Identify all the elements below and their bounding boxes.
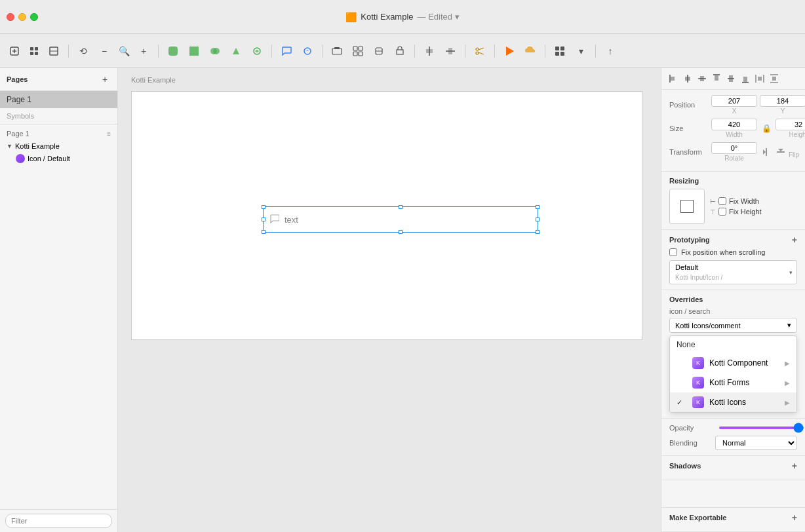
align-top[interactable] [710, 72, 723, 85]
svg-point-12 [213, 48, 220, 54]
svg-marker-32 [506, 47, 514, 56]
history-button[interactable]: ⟲ [74, 42, 92, 60]
titlebar: 🟧 Kotti Example — Edited ▾ [0, 0, 805, 34]
add-prototype-button[interactable]: + [792, 235, 797, 244]
layer-item-icon-default[interactable]: Icon / Default [0, 152, 117, 165]
add-export-button[interactable]: + [792, 513, 797, 522]
rounded-rect-tool[interactable] [164, 42, 182, 60]
selected-element[interactable]: text [263, 206, 538, 233]
shadows-section: Shadows + [661, 456, 805, 480]
add-shadow-button[interactable]: + [792, 461, 797, 470]
scissors-tool[interactable] [471, 42, 489, 60]
size-height-input[interactable] [776, 119, 805, 130]
page-item-symbols[interactable]: Symbols [0, 108, 117, 124]
override-dropdown-menu: None K Kotti Component ▶ K Kotti Forms ▶… [669, 335, 797, 413]
title-area: 🟧 Kotti Example — Edited ▾ [345, 12, 459, 22]
resize-handle-tl[interactable] [262, 205, 265, 209]
close-button[interactable] [7, 13, 14, 21]
page-item-1[interactable]: Page 1 [0, 91, 117, 108]
insert-button[interactable] [5, 42, 24, 60]
ungroup-tool[interactable] [349, 42, 367, 60]
x-coord: X [711, 95, 757, 115]
export-button[interactable]: ↑ [601, 42, 619, 60]
flatten-tool[interactable] [370, 42, 388, 60]
arrow-kotti-icons: ▶ [785, 399, 790, 406]
play-button[interactable] [500, 42, 519, 60]
frame-button[interactable] [25, 42, 43, 60]
size-width-input[interactable] [711, 119, 757, 130]
position-y-input[interactable] [760, 95, 805, 107]
icon-search-label: icon / search [669, 307, 797, 315]
dropdown-item-none[interactable]: None [670, 336, 796, 353]
dropdown-arrow-icon[interactable]: ▾ [785, 269, 796, 276]
artboard-frame[interactable]: text [131, 91, 642, 340]
dropdown-item-kotti-component[interactable]: K Kotti Component ▶ [670, 353, 796, 373]
layer-group-kotti[interactable]: ▼ Kotti Example [0, 140, 117, 152]
prototyping-title: Prototyping + [669, 235, 797, 244]
override-dropdown-trigger[interactable]: Kotti Icons/comment ▾ [669, 318, 797, 333]
align-distribute-2[interactable] [441, 42, 460, 60]
fix-height-checkbox[interactable] [718, 208, 726, 216]
expand-tool[interactable] [391, 42, 409, 60]
align-center-h[interactable] [681, 72, 694, 85]
align-left-edge[interactable] [667, 72, 680, 85]
window-controls[interactable] [7, 13, 38, 21]
flip-vertical-button[interactable] [774, 145, 787, 159]
fix-position-checkbox[interactable] [669, 248, 677, 256]
dropdown-item-kotti-icons[interactable]: ✓ K Kotti Icons ▶ [670, 392, 796, 412]
rotate-input[interactable] [711, 142, 757, 154]
view-grid-button[interactable] [551, 42, 569, 60]
resize-handle-bm[interactable] [399, 230, 402, 234]
svg-point-28 [476, 48, 479, 50]
resize-handle-tm[interactable] [399, 205, 402, 209]
filter-input[interactable] [5, 514, 112, 528]
comment-button[interactable] [277, 42, 296, 60]
view-options-button[interactable]: ▾ [572, 42, 590, 60]
distribute-h[interactable] [753, 72, 766, 85]
override-dropdown-arrow: ▾ [787, 321, 791, 330]
lock-size-button[interactable]: 🔒 [760, 122, 773, 135]
position-x-input[interactable] [711, 95, 757, 107]
slice-button[interactable] [45, 42, 63, 60]
align-middle-v[interactable] [724, 72, 737, 85]
resize-handle-mr[interactable] [536, 218, 540, 221]
resize-handle-bl[interactable] [262, 230, 265, 234]
intersect-tool[interactable] [248, 42, 266, 60]
opacity-slider[interactable] [719, 427, 804, 429]
add-page-button[interactable]: + [99, 73, 111, 85]
minimize-button[interactable] [18, 13, 26, 21]
group-tool[interactable] [328, 42, 346, 60]
dropdown-item-kotti-forms[interactable]: K Kotti Forms ▶ [670, 373, 796, 392]
resize-handle-br[interactable] [536, 230, 540, 234]
speech-button[interactable] [298, 42, 317, 60]
svg-point-29 [476, 52, 479, 54]
opacity-row: Opacity 100 % [669, 424, 797, 432]
rect-fill-tool[interactable] [185, 42, 203, 60]
separator-6 [465, 45, 465, 58]
subtract-tool[interactable] [227, 42, 245, 60]
zoom-icon-button[interactable]: 🔍 [115, 42, 133, 60]
resize-handle-tr[interactable] [536, 205, 540, 209]
zoom-in-button[interactable]: + [134, 42, 153, 60]
svg-rect-33 [555, 47, 559, 50]
fix-width-checkbox[interactable] [718, 197, 726, 205]
alignment-bar [661, 68, 805, 90]
separator-4 [322, 45, 323, 58]
svg-rect-40 [685, 77, 690, 81]
maximize-button[interactable] [30, 13, 38, 21]
prototype-dropdown[interactable]: Default Kotti Input/Icon / ▾ [669, 260, 797, 284]
fix-width-label: Fix Width [729, 197, 759, 205]
blending-select[interactable]: Normal [715, 436, 797, 450]
align-distribute-1[interactable] [420, 42, 439, 60]
layer-options-button[interactable]: ≡ [107, 130, 111, 138]
flip-horizontal-button[interactable] [760, 145, 773, 159]
union-tool[interactable] [206, 42, 224, 60]
canvas-area[interactable]: Kotti Example text [118, 68, 661, 532]
separator-2 [158, 45, 159, 58]
cloud-button[interactable] [521, 42, 540, 60]
align-bottom[interactable] [739, 72, 752, 85]
align-left-canvas[interactable] [696, 72, 709, 85]
distribute-v[interactable] [768, 72, 781, 85]
zoom-out-button[interactable]: − [95, 42, 113, 60]
resize-handle-ml[interactable] [262, 218, 265, 221]
